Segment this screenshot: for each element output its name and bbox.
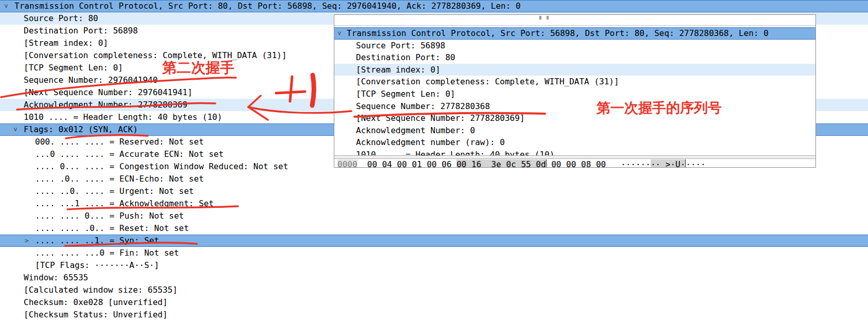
tree-row-label: Destination Port: 56898	[24, 25, 138, 37]
tree-row-label: [Next Sequence Number: 2778280369]	[356, 112, 525, 124]
tree-row-label: .... ...1 .... = Acknowledgment: Set	[35, 198, 214, 210]
tree-row-label: .... .... 0... = Push: Not set	[35, 210, 184, 222]
tree-row[interactable]: .... .... .0.. = Reset: Not set	[0, 222, 868, 235]
hex-ascii: ······	[621, 159, 651, 168]
tree-row-label: [Next Sequence Number: 2976041941]	[24, 86, 193, 99]
tree-row-label: Acknowledgment Number: 0	[356, 124, 475, 137]
tree-row[interactable]: >.... .... ..1. = Syn: Set	[0, 235, 868, 247]
hex-dump-row[interactable]: 0000 00 04 00 01 00 06 00 16 3e 0c 55 0d…	[337, 159, 815, 168]
tree-row-label: 1010 .... = Header Length: 40 bytes (10)	[24, 111, 222, 123]
expander-collapsed-icon[interactable]: >	[24, 235, 30, 246]
tree-row-label: Transmission Control Protocol, Src Port:…	[14, 1, 521, 12]
tree-row-label: 000. .... .... = Reserved: Not set	[35, 136, 204, 148]
tree-row-label: .... .... ..1. = Syn: Set	[35, 235, 159, 246]
tree-row[interactable]: [Conversation completeness: Complete, WI…	[334, 76, 815, 88]
clipped-row-mark	[539, 16, 541, 20]
tree-row-label: [TCP Segment Len: 0]	[356, 88, 455, 100]
tree-row-label: [Checksum Status: Unverified]	[24, 309, 167, 321]
tree-row[interactable]: .... .0.. .... = ECN-Echo: Not set	[0, 173, 868, 185]
tree-row-label: Transmission Control Protocol, Src Port:…	[347, 28, 769, 39]
hex-offset: 0000	[337, 159, 358, 168]
tree-row-label: [Stream index: 0]	[356, 64, 440, 76]
hex-ascii: ····	[686, 159, 706, 168]
tree-row[interactable]: [Next Sequence Number: 2778280369]	[334, 112, 815, 124]
tree-row[interactable]: Checksum: 0xe028 [unverified]	[0, 296, 868, 309]
tree-row-label: Window: 65535	[24, 272, 88, 284]
tree-row[interactable]: .... ..0. .... = Urgent: Not set	[0, 185, 868, 198]
expander-expanded-icon[interactable]: >	[10, 127, 21, 133]
wireshark-packet-detail-screen: >Transmission Control Protocol, Src Port…	[0, 0, 868, 322]
secondary-packet-window: >Transmission Control Protocol, Src Port…	[334, 14, 816, 168]
pane-splitter[interactable]	[334, 155, 815, 159]
hex-bytes: 00 04 00 01 00 06	[367, 159, 456, 168]
tree-row-label: Sequence Number: 2778280368	[356, 100, 490, 113]
overlay-packet-details-tree: >Transmission Control Protocol, Src Port…	[334, 26, 815, 155]
expander-expanded-icon[interactable]: >	[1, 3, 12, 9]
tree-row-label: [Conversation completeness: Complete, WI…	[356, 76, 619, 88]
tree-row[interactable]: .... .... 0... = Push: Not set	[0, 210, 868, 222]
tree-row[interactable]: Acknowledgment Number: 0	[334, 124, 815, 137]
tree-row-label: Acknowledgment Number: 2778280369	[24, 99, 188, 111]
tree-row[interactable]: [Stream index: 0]	[334, 64, 815, 76]
tree-row-label: 1010 .... = Header Length: 40 bytes (10)	[356, 149, 554, 155]
hex-gap	[606, 159, 621, 168]
tree-row[interactable]: >Transmission Control Protocol, Src Port…	[334, 27, 815, 40]
hex-bytes-highlighted: 00 16 3e 0c 55 0d	[456, 159, 546, 168]
tree-row[interactable]: >Transmission Control Protocol, Src Port…	[0, 0, 868, 12]
tree-row[interactable]: Acknowledgment number (raw): 0	[334, 136, 815, 149]
tree-row-label: Sequence Number: 2976041940	[24, 74, 158, 86]
expander-expanded-icon[interactable]: >	[334, 30, 345, 37]
tree-row-label: Source Port: 56898	[356, 40, 445, 52]
tree-row-label: .... ..0. .... = Urgent: Not set	[35, 185, 194, 198]
tree-row-label: .... .0.. .... = ECN-Echo: Not set	[35, 173, 204, 185]
tree-row[interactable]: .... ...1 .... = Acknowledgment: Set	[0, 198, 868, 210]
hex-ascii-highlighted: ·· >·U·	[651, 159, 686, 168]
hex-bytes: 00 00 08 00	[547, 159, 606, 168]
tree-row[interactable]: Source Port: 56898	[334, 40, 815, 52]
tree-row[interactable]: 1010 .... = Header Length: 40 bytes (10)	[334, 149, 815, 155]
tree-row-label: Flags: 0x012 (SYN, ACK)	[24, 124, 138, 135]
tree-row-label: ...0 .... .... = Accurate ECN: Not set	[35, 148, 224, 160]
tree-row-label: [TCP Segment Len: 0]	[24, 62, 123, 74]
tree-row[interactable]: Destination Port: 80	[334, 51, 815, 64]
tree-row[interactable]: Sequence Number: 2778280368	[334, 100, 815, 113]
tree-row-label: Destination Port: 80	[356, 51, 455, 64]
hex-gap	[358, 159, 367, 168]
tree-row[interactable]: .... .... ...0 = Fin: Not set	[0, 247, 868, 259]
tree-row[interactable]: [TCP Segment Len: 0]	[334, 88, 815, 100]
clipped-row-mark	[547, 16, 549, 20]
tree-row-label: [Conversation completeness: Complete, WI…	[24, 49, 287, 62]
tree-row-label: Checksum: 0xe028 [unverified]	[24, 296, 167, 309]
tree-row-label: Acknowledgment number (raw): 0	[356, 136, 505, 149]
tree-row-label: [Calculated window size: 65535]	[24, 284, 178, 296]
tree-row-label: .... .... ...0 = Fin: Not set	[35, 247, 179, 259]
overlay-window-top-strip	[334, 15, 815, 26]
tree-row[interactable]: [TCP Flags: ·······A··S·]	[0, 259, 868, 272]
tree-row[interactable]: Window: 65535	[0, 272, 868, 284]
tree-row[interactable]: [Checksum Status: Unverified]	[0, 309, 868, 321]
tree-row-label: [TCP Flags: ·······A··S·]	[35, 259, 159, 272]
tree-row-label: .... .... .0.. = Reset: Not set	[35, 222, 189, 235]
tree-row-label: Source Port: 80	[24, 12, 98, 25]
tree-row-label: .... 0... .... = Congestion Window Reduc…	[35, 160, 288, 173]
tree-row-label: [Stream index: 0]	[24, 37, 108, 49]
tree-row[interactable]: [Calculated window size: 65535]	[0, 284, 868, 296]
